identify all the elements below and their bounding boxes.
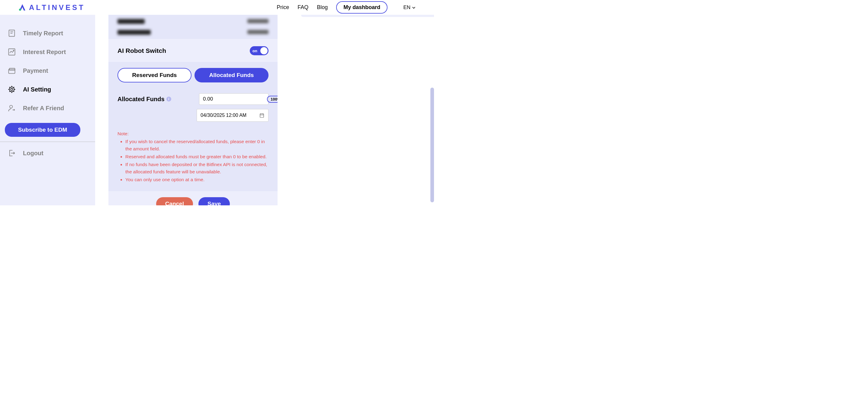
logout-icon (7, 149, 16, 158)
gear-icon (7, 85, 16, 94)
calendar-icon (259, 113, 265, 118)
chevron-down-icon (412, 5, 416, 10)
logo-icon (18, 3, 27, 12)
sidebar: Timely Report Interest Report Payment AI… (0, 15, 95, 205)
svg-point-7 (9, 87, 14, 92)
svg-line-14 (13, 91, 14, 92)
sidebar-item-label: Refer A Friend (23, 105, 64, 112)
cancel-button[interactable]: Cancel (156, 197, 193, 205)
fund-label-text: Allocated Funds (118, 96, 164, 103)
sidebar-item-logout[interactable]: Logout (5, 144, 91, 162)
svg-point-8 (11, 89, 13, 91)
ai-switch-toggle[interactable]: on (250, 46, 269, 55)
info-icon[interactable]: i (166, 97, 171, 101)
allocated-funds-row: Allocated Funds i 100% (108, 83, 278, 105)
nav-faq[interactable]: FAQ (298, 4, 308, 10)
blurred-api-secret-row (108, 28, 278, 39)
allocated-funds-input-wrap: 100% (199, 93, 269, 105)
header: ALTINVEST Price FAQ Blog My dashboard EN (0, 0, 434, 15)
document-icon (7, 29, 16, 38)
tab-allocated-funds[interactable]: Allocated Funds (194, 68, 269, 83)
sidebar-item-label: AI Setting (23, 86, 51, 93)
chart-icon (7, 48, 16, 57)
save-button[interactable]: Save (198, 197, 230, 205)
divider (0, 141, 95, 142)
language-label: EN (403, 4, 410, 10)
subscribe-edm-button[interactable]: Subscribe to EDM (5, 123, 80, 137)
tab-reserved-funds[interactable]: Reserved Funds (118, 68, 191, 83)
sidebar-item-label: Timely Report (23, 30, 63, 37)
blurred-api-key-row (108, 15, 278, 28)
sidebar-item-timely-report[interactable]: Timely Report (5, 24, 91, 42)
note-title: Note: (118, 130, 269, 137)
sidebar-item-label: Payment (23, 67, 48, 74)
wallet-icon (7, 66, 16, 75)
toggle-knob (260, 47, 268, 54)
svg-line-16 (13, 87, 14, 88)
scrollbar[interactable] (430, 88, 434, 202)
nav-price[interactable]: Price (277, 4, 289, 10)
note-list: If you wish to cancel the reserved/alloc… (118, 138, 269, 183)
note-item: If you wish to cancel the reserved/alloc… (125, 138, 269, 153)
svg-line-15 (9, 91, 10, 92)
user-share-icon (7, 103, 16, 113)
sidebar-item-interest-report[interactable]: Interest Report (5, 42, 91, 61)
sidebar-item-refer[interactable]: Refer A Friend (5, 99, 91, 118)
allocated-funds-input[interactable] (203, 96, 267, 102)
note-item: You can only use one option at a time. (125, 176, 269, 183)
percent-100-button[interactable]: 100% (267, 96, 278, 103)
note-block: Note: If you wish to cancel the reserved… (108, 122, 278, 191)
language-selector[interactable]: EN (403, 4, 416, 10)
nav: Price FAQ Blog My dashboard EN (277, 1, 416, 13)
note-item: If no funds have been deposited or the B… (125, 161, 269, 176)
svg-point-17 (10, 105, 12, 108)
svg-point-0 (19, 8, 21, 10)
date-row: 04/30/2025 12:00 AM (108, 105, 278, 122)
fund-tabs: Reserved Funds Allocated Funds (108, 62, 278, 83)
logo[interactable]: ALTINVEST (18, 3, 85, 12)
sidebar-item-ai-setting[interactable]: AI Setting (5, 80, 91, 99)
action-buttons: Cancel Save (108, 191, 278, 205)
ai-switch-label: AI Robot Switch (118, 47, 166, 54)
main: AI Robot Switch on Reserved Funds Alloca… (95, 15, 434, 205)
sidebar-item-label: Logout (23, 150, 43, 157)
svg-line-13 (9, 87, 10, 88)
note-item: Reserved and allocated funds must be gre… (125, 153, 269, 160)
toggle-state: on (252, 49, 257, 53)
datetime-value: 04/30/2025 12:00 AM (200, 113, 246, 118)
my-dashboard-button[interactable]: My dashboard (336, 1, 388, 13)
sidebar-item-label: Interest Report (23, 49, 66, 56)
svg-rect-18 (260, 114, 264, 118)
allocated-funds-label: Allocated Funds i (118, 96, 171, 103)
nav-blog[interactable]: Blog (317, 4, 328, 10)
settings-card: AI Robot Switch on Reserved Funds Alloca… (108, 15, 278, 205)
sidebar-item-payment[interactable]: Payment (5, 61, 91, 80)
ai-switch-row: AI Robot Switch on (108, 39, 278, 62)
datetime-input[interactable]: 04/30/2025 12:00 AM (196, 109, 269, 122)
logo-text: ALTINVEST (29, 3, 85, 12)
